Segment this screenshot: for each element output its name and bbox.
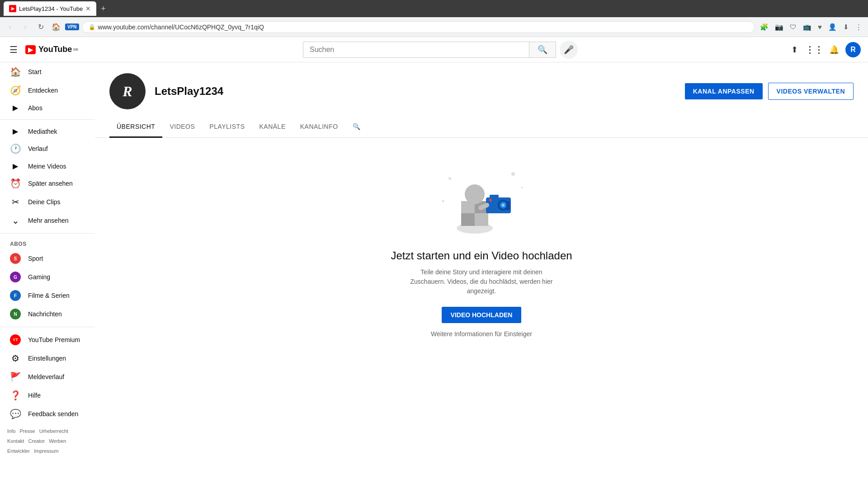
- camera-button[interactable]: 📷: [773, 21, 786, 33]
- sidebar-item-mediathek[interactable]: ▶ Mediathek: [3, 123, 92, 139]
- sidebar-item-nachrichten[interactable]: N Nachrichten: [3, 305, 92, 323]
- sidebar-label-mehr: Mehr ansehen: [28, 217, 69, 224]
- sidebar-item-start[interactable]: 🏠 Start: [3, 63, 92, 81]
- page-root: ▶ LetsPlay1234 - YouTube ✕ + ‹ › ↻ 🏠 VPN…: [0, 0, 868, 488]
- tab-kanaele[interactable]: KANÄLE: [252, 117, 292, 138]
- apps-button[interactable]: ⋮⋮: [806, 41, 823, 58]
- channel-actions: KANAL ANPASSEN VIDEOS VERWALTEN: [685, 83, 854, 100]
- footer-links: Info Presse Urheberrecht: [7, 427, 88, 436]
- extensions-button[interactable]: 🧩: [758, 21, 771, 33]
- sidebar-label-premium: YouTube Premium: [28, 336, 80, 343]
- sidebar-label-mediathek: Mediathek: [28, 128, 57, 135]
- sidebar-label-settings: Einstellungen: [28, 355, 66, 362]
- footer-kontakt[interactable]: Kontakt: [7, 438, 24, 444]
- search-button[interactable]: 🔍: [529, 42, 556, 57]
- flag-icon: 🚩: [10, 371, 21, 382]
- footer-links-3: Entwickler Impressum: [7, 447, 88, 456]
- nachrichten-avatar: N: [10, 309, 21, 319]
- footer-entwickler[interactable]: Entwickler: [7, 448, 30, 454]
- search-wrapper: 🔍: [303, 42, 556, 58]
- svg-point-6: [465, 184, 485, 204]
- channel-search-button[interactable]: 🔍: [345, 117, 368, 137]
- profile-button[interactable]: 👤: [826, 21, 839, 33]
- sidebar-item-mehr[interactable]: ⌄ Mehr ansehen: [3, 211, 92, 230]
- sidebar-label-feedback: Feedback senden: [28, 410, 78, 418]
- footer-impressum[interactable]: Impressum: [34, 448, 58, 454]
- new-tab-button[interactable]: +: [101, 4, 106, 14]
- sidebar-item-meine-videos[interactable]: ▶ Meine Videos: [3, 158, 92, 174]
- sidebar-item-spaeter[interactable]: ⏰ Später ansehen: [3, 174, 92, 192]
- footer-info[interactable]: Info: [7, 428, 15, 434]
- address-bar[interactable]: 🔒 www.youtube.com/channel/UCocN6zQPHQZ_0…: [82, 21, 755, 33]
- my-videos-icon: ▶: [10, 162, 21, 170]
- home-button[interactable]: 🏠: [50, 21, 62, 33]
- tab-kanalinfo[interactable]: KANALINFO: [293, 117, 345, 138]
- tab-playlists[interactable]: PLAYLISTS: [202, 117, 252, 138]
- user-avatar[interactable]: R: [845, 42, 861, 57]
- videos-verwalten-button[interactable]: VIDEOS VERWALTEN: [768, 83, 854, 100]
- topbar-left: ☰ ▶ YouTube DE: [0, 43, 95, 56]
- video-hochladen-button[interactable]: VIDEO HOCHLADEN: [442, 307, 522, 323]
- vpn-badge: VPN: [65, 23, 79, 30]
- tab-close-button[interactable]: ✕: [85, 5, 91, 12]
- sidebar-item-verlauf[interactable]: 🕐 Verlauf: [3, 140, 92, 158]
- sidebar-label-verlauf: Verlauf: [28, 145, 48, 152]
- youtube-logo[interactable]: ▶ YouTube DE: [25, 45, 78, 54]
- help-icon: ❓: [10, 390, 21, 401]
- sidebar-item-abos[interactable]: ▶ Abos: [3, 100, 92, 116]
- menu-button[interactable]: ⋮: [853, 21, 864, 33]
- sidebar-item-premium[interactable]: YT YouTube Premium: [3, 331, 92, 349]
- footer-creator[interactable]: Creator: [28, 438, 45, 444]
- watch-later-icon: ⏰: [10, 178, 21, 189]
- youtube-logo-icon: ▶: [25, 45, 36, 54]
- svg-point-12: [502, 204, 504, 206]
- sidebar-item-gaming[interactable]: G Gaming: [3, 268, 92, 286]
- kanal-anpassen-button[interactable]: KANAL ANPASSEN: [685, 83, 763, 99]
- tab-uebersicht[interactable]: ÜBERSICHT: [109, 117, 162, 138]
- forward-button[interactable]: ›: [19, 21, 32, 33]
- reload-button[interactable]: ↻: [34, 21, 47, 33]
- illustration-svg: [436, 165, 527, 237]
- search-input[interactable]: [303, 42, 529, 57]
- sidebar-item-sport[interactable]: S Sport: [3, 249, 92, 267]
- svg-point-14: [489, 199, 492, 202]
- bookmark-button[interactable]: ♥: [816, 21, 824, 33]
- svg-point-18: [521, 187, 523, 188]
- browser-tab[interactable]: ▶ LetsPlay1234 - YouTube ✕: [4, 1, 96, 16]
- yt-body: 🏠 Start 🧭 Entdecken ▶ Abos ▶ Mediathek: [0, 62, 868, 488]
- footer-links-2: Kontakt Creator Werben: [7, 437, 88, 446]
- back-button[interactable]: ‹: [4, 21, 16, 33]
- explore-icon: 🧭: [10, 85, 21, 96]
- sidebar-item-feedback[interactable]: 💬 Feedback senden: [3, 405, 92, 423]
- divider-3: [0, 327, 95, 327]
- footer-urheberrecht[interactable]: Urheberrecht: [39, 428, 68, 434]
- footer-werben[interactable]: Werben: [49, 438, 66, 444]
- tab-videos[interactable]: VIDEOS: [162, 117, 202, 138]
- sidebar-item-report[interactable]: 🚩 Meldeverlauf: [3, 368, 92, 386]
- channel-avatar-letter: R: [123, 83, 132, 100]
- mic-button[interactable]: 🎤: [560, 41, 578, 59]
- sidebar-label-filme: Filme & Serien: [28, 292, 70, 299]
- youtube-topbar: ☰ ▶ YouTube DE 🔍 🎤 ⬆ ⋮⋮ 🔔 R: [0, 37, 868, 62]
- svg-point-16: [448, 177, 451, 180]
- sidebar-item-clips[interactable]: ✂ Deine Clips: [3, 193, 92, 211]
- abos-section-title: ABOS: [0, 237, 95, 249]
- url-text: www.youtube.com/channel/UCocN6zQPHQZ_0yv…: [98, 23, 264, 31]
- gaming-avatar: G: [10, 272, 21, 282]
- sidebar-item-settings[interactable]: ⚙ Einstellungen: [3, 349, 92, 367]
- sidebar-item-help[interactable]: ❓ Hilfe: [3, 386, 92, 404]
- tab-favicon: ▶: [9, 5, 16, 12]
- shield-button[interactable]: 🛡: [788, 21, 799, 33]
- sidebar-item-entdecken[interactable]: 🧭 Entdecken: [3, 81, 92, 99]
- sidebar-label-help: Hilfe: [28, 392, 41, 399]
- upload-button[interactable]: ⬆: [786, 41, 803, 58]
- footer-presse[interactable]: Presse: [19, 428, 35, 434]
- sidebar-item-filme[interactable]: F Filme & Serien: [3, 286, 92, 305]
- download-button[interactable]: ⬇: [841, 21, 851, 33]
- learn-more-link[interactable]: Weitere Informationen für Einsteiger: [431, 330, 532, 338]
- topbar-right: ⬆ ⋮⋮ 🔔 R: [786, 41, 868, 58]
- sidebar-label-clips: Deine Clips: [28, 198, 61, 206]
- sidebar-toggle-button[interactable]: ☰: [7, 43, 20, 56]
- notifications-button[interactable]: 🔔: [826, 41, 843, 58]
- cast-button[interactable]: 📺: [801, 21, 814, 33]
